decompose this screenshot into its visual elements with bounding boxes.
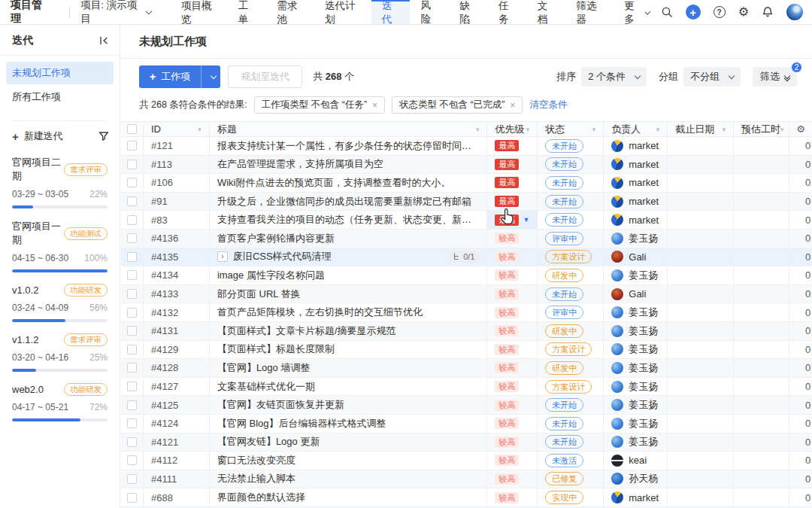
settings-gear-icon[interactable]: ⚙	[738, 6, 749, 18]
due-date-cell[interactable]	[668, 433, 734, 452]
table-row[interactable]: #4127文案基础样式优化一期较高方案设计姜玉扬0	[121, 378, 812, 397]
due-date-cell[interactable]	[668, 266, 734, 284]
priority-badge[interactable]: 最高	[495, 196, 519, 207]
status-badge[interactable]: 实现中	[545, 491, 583, 504]
priority-cell[interactable]: 较高	[487, 322, 538, 340]
column-settings-icon[interactable]: ⚙	[789, 122, 812, 136]
row-checkbox[interactable]	[127, 418, 137, 428]
priority-badge[interactable]: 较高	[495, 307, 519, 318]
estimate-cell[interactable]	[734, 303, 789, 321]
create-icon[interactable]: +	[686, 5, 701, 20]
estimate-cell[interactable]	[734, 266, 789, 284]
due-date-cell[interactable]	[668, 211, 734, 229]
table-row[interactable]: #4128【官网】Logo 墙调整较高研发中姜玉扬0	[121, 359, 812, 378]
workitem-title[interactable]: 废旧CSS样式代码清理	[233, 250, 332, 263]
nav-tab-10[interactable]: 更多	[614, 0, 660, 24]
due-date-cell[interactable]	[668, 248, 734, 266]
select-all-checkbox[interactable]	[127, 124, 137, 134]
estimate-cell[interactable]	[734, 415, 789, 433]
remove-filter-icon[interactable]: ×	[372, 100, 377, 111]
status-badge[interactable]: 评审中	[545, 306, 583, 319]
due-date-cell[interactable]	[668, 341, 734, 359]
sidebar-item-1[interactable]: 所有工作项	[6, 86, 114, 108]
row-checkbox[interactable]	[127, 400, 137, 410]
due-date-cell[interactable]	[668, 156, 734, 174]
priority-cell[interactable]: 最高	[487, 193, 538, 211]
table-row[interactable]: #4135›废旧CSS样式代码清理0/1较高方案设计Gali0	[121, 248, 812, 267]
nav-tab-6[interactable]: 缺陷	[449, 0, 488, 24]
plan-to-sprint-button[interactable]: 规划至迭代	[228, 65, 302, 88]
estimate-cell[interactable]	[734, 470, 789, 488]
clear-filters-link[interactable]: 清空条件	[529, 99, 567, 111]
row-checkbox[interactable]	[127, 345, 137, 354]
row-checkbox[interactable]	[127, 455, 137, 465]
priority-badge[interactable]: 较高	[495, 344, 519, 355]
row-checkbox[interactable]	[127, 326, 137, 336]
priority-cell[interactable]: 较高	[487, 452, 538, 470]
priority-cell[interactable]: 较高	[487, 248, 538, 266]
estimate-cell[interactable]	[734, 211, 789, 229]
sprint-card[interactable]: 官网项目一期功能测试04-15 ~ 06-30100%	[12, 220, 108, 272]
priority-badge[interactable]: 较高	[495, 492, 519, 503]
filter-chip[interactable]: 状态类型 不包含 “已完成” ×	[392, 96, 523, 114]
table-row[interactable]: #4134image 属性字段名称问题较高研发中姜玉扬0	[121, 266, 812, 285]
priority-cell[interactable]: 较高	[487, 488, 538, 506]
notification-bell-icon[interactable]	[762, 6, 774, 18]
priority-cell[interactable]: 较高	[487, 433, 538, 452]
estimate-cell[interactable]	[734, 193, 789, 211]
due-date-cell[interactable]	[668, 488, 734, 506]
priority-cell[interactable]: 最高	[487, 156, 538, 174]
priority-badge[interactable]: 较高	[495, 325, 519, 336]
table-row[interactable]: #4124【官网 Blog】后台编辑器样式格式调整较高未开始姜玉扬0	[121, 415, 812, 433]
sort-caret-icon[interactable]: ▾	[526, 126, 530, 133]
remove-filter-icon[interactable]: ×	[510, 100, 515, 111]
table-row[interactable]: #106Wiki附件点进去的预览页面，支持调整查看时的大小。最高未开始marke…	[121, 174, 812, 193]
sprint-card[interactable]: v1.1.2需求评审03-20 ~ 04-1625%	[12, 333, 108, 372]
row-checkbox[interactable]	[127, 160, 137, 169]
workitem-title[interactable]: image 属性字段名称问题	[217, 269, 325, 282]
sort-caret-icon[interactable]: ▾	[592, 126, 596, 133]
table-row[interactable]: #4131【页面样式】文章卡片标题/摘要显示规范较高研发中姜玉扬0	[121, 322, 812, 341]
due-date-cell[interactable]	[668, 396, 734, 414]
priority-dropdown-caret[interactable]: ▼	[523, 216, 529, 224]
workitem-title[interactable]: 首页客户案例轮播内容更新	[217, 232, 335, 245]
sprint-card[interactable]: web2.0功能研发04-17 ~ 05-2172%	[12, 383, 108, 421]
workitem-title[interactable]: 【官网友链】Logo 更新	[217, 435, 320, 449]
due-date-cell[interactable]	[668, 285, 734, 303]
row-checkbox[interactable]	[127, 196, 137, 206]
priority-cell[interactable]: 较高	[487, 396, 538, 414]
due-date-cell[interactable]	[668, 322, 734, 340]
table-row[interactable]: #688界面颜色的默认选择较高实现中market0	[121, 488, 812, 507]
priority-cell[interactable]: 较高	[487, 303, 538, 321]
priority-cell[interactable]: 较高	[487, 285, 538, 303]
add-workitem-button[interactable]: + 工作项	[139, 65, 220, 88]
status-badge[interactable]: 未开始	[545, 287, 583, 301]
priority-badge[interactable]: 较高	[495, 381, 519, 392]
status-badge[interactable]: 研发中	[545, 361, 583, 375]
workitem-title[interactable]: 报表支持统计某一个属性，有多少条任务的状态停留时间超过48小时	[217, 139, 480, 153]
sidebar-item-0[interactable]: 未规划工作项	[6, 62, 114, 84]
workitem-title[interactable]: 无法禁止输入脚本	[217, 472, 295, 485]
estimate-cell[interactable]	[734, 452, 789, 470]
estimate-cell[interactable]	[734, 248, 789, 266]
priority-badge[interactable]: 较高	[495, 437, 519, 448]
sort-selector[interactable]: 2 个条件	[581, 67, 647, 87]
priority-cell[interactable]: 较高	[487, 470, 538, 488]
status-badge[interactable]: 研发中	[545, 324, 583, 338]
nav-tab-9[interactable]: 筛选器	[566, 0, 614, 24]
row-checkbox[interactable]	[127, 493, 137, 503]
workitem-title[interactable]: 文案基础样式优化一期	[217, 380, 315, 394]
table-row[interactable]: #4136首页客户案例轮播内容更新较高评审中姜玉扬0	[121, 230, 812, 248]
status-badge[interactable]: 方案设计	[545, 380, 592, 394]
row-checkbox[interactable]	[127, 437, 137, 447]
priority-cell[interactable]: 较高	[487, 341, 538, 359]
workitem-title[interactable]: 部分页面 URL 替换	[217, 287, 301, 301]
priority-badge[interactable]: 较高	[495, 455, 519, 466]
table-row[interactable]: #4112窗口无法改变亮度较高未激活keai0	[121, 452, 812, 470]
due-date-cell[interactable]	[668, 230, 734, 248]
workitem-title[interactable]: 首页产品矩阵模块，左右切换时的交互细节优化	[217, 306, 423, 319]
estimate-cell[interactable]	[734, 488, 789, 506]
status-badge[interactable]: 未开始	[545, 398, 583, 412]
priority-badge[interactable]: 较高	[495, 288, 519, 300]
status-badge[interactable]: 已修复	[545, 472, 583, 485]
